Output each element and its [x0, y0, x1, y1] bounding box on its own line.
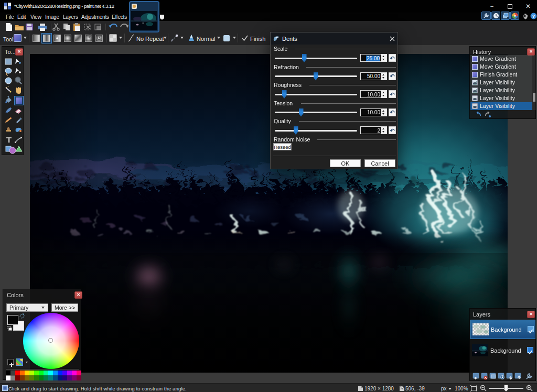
svg-text:?: ? [532, 14, 535, 19]
